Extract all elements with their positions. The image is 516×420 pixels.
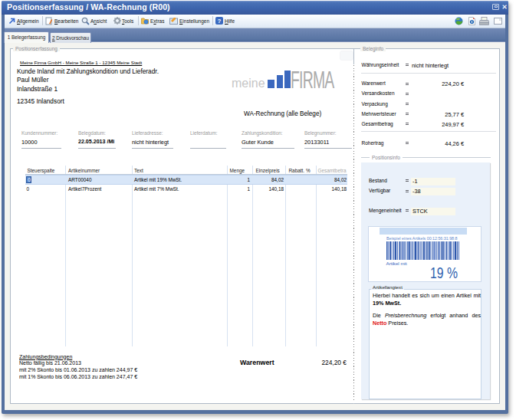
svg-text:?: ? [218,18,222,25]
